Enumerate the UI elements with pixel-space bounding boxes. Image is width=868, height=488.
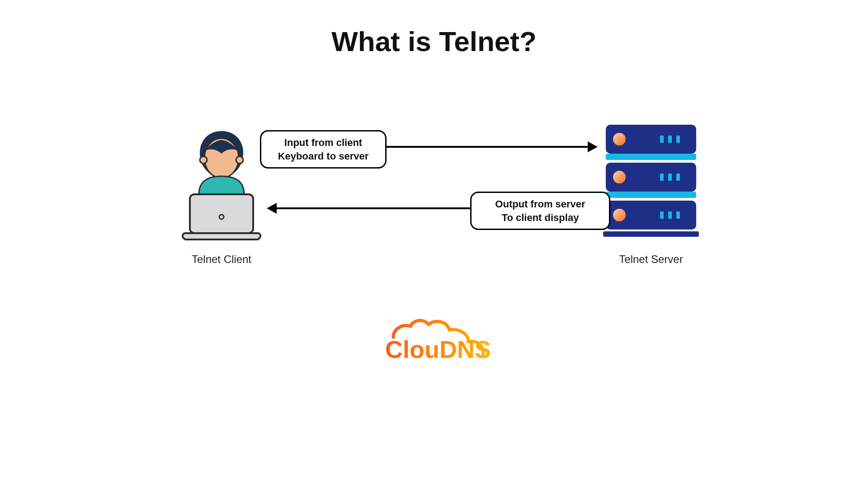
svg-point-1 bbox=[200, 156, 207, 164]
svg-rect-22 bbox=[603, 231, 699, 237]
svg-rect-16 bbox=[606, 192, 696, 198]
svg-rect-9 bbox=[676, 136, 680, 143]
svg-rect-13 bbox=[660, 174, 664, 181]
svg-rect-10 bbox=[606, 154, 696, 160]
input-arrow-line bbox=[386, 146, 590, 148]
svg-rect-20 bbox=[668, 211, 672, 219]
page-title: What is Telnet? bbox=[108, 25, 760, 57]
input-line2: Keyboard to server bbox=[272, 150, 374, 163]
output-arrow-line bbox=[276, 207, 470, 209]
svg-rect-15 bbox=[676, 174, 680, 181]
output-arrow-head bbox=[267, 203, 277, 214]
logo-text: ClouDNS bbox=[385, 336, 491, 363]
svg-rect-21 bbox=[676, 211, 680, 219]
output-bubble: Output from server To client display bbox=[470, 192, 610, 230]
client-label: Telnet Client bbox=[176, 253, 267, 266]
svg-point-12 bbox=[613, 171, 626, 183]
svg-rect-19 bbox=[660, 211, 664, 219]
server-label: Telnet Server bbox=[601, 253, 701, 266]
svg-rect-7 bbox=[660, 136, 664, 143]
svg-point-6 bbox=[613, 133, 626, 145]
input-arrow-head bbox=[588, 141, 598, 152]
svg-rect-3 bbox=[190, 194, 253, 233]
input-bubble: Input from client Keyboard to server bbox=[260, 130, 387, 169]
svg-point-2 bbox=[236, 156, 243, 164]
cloudns-logo: ClouDNS bbox=[108, 316, 760, 368]
output-line1: Output from server bbox=[482, 197, 598, 211]
svg-point-18 bbox=[613, 209, 626, 221]
svg-rect-14 bbox=[668, 174, 672, 181]
client-icon bbox=[176, 127, 267, 246]
input-line1: Input from client bbox=[272, 136, 374, 150]
output-line2: To client display bbox=[482, 211, 598, 225]
svg-rect-8 bbox=[668, 136, 672, 143]
server-icon bbox=[601, 122, 701, 246]
